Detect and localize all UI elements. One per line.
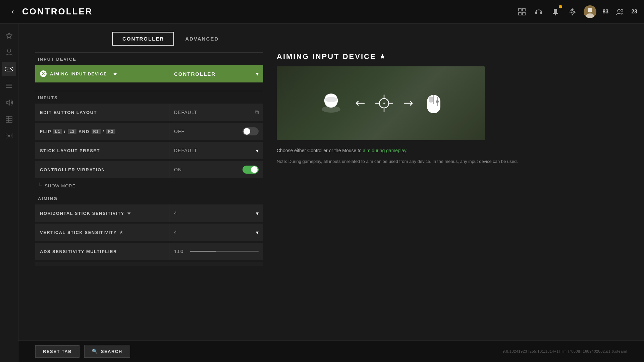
stick-layout-value-area: DEFAULT ▾: [169, 142, 263, 159]
horizontal-sensitivity-row[interactable]: HORIZONTAL STICK SENSITIVITY ★ 4 ▾: [35, 204, 263, 222]
content-area: INPUT DEVICE ✕ AIMING INPUT DEVICE ★ CON…: [18, 51, 644, 362]
flip-toggle[interactable]: [243, 127, 259, 135]
flip-row[interactable]: FLIP L1 / L2 AND R1 / R2 OFF: [35, 123, 263, 140]
aiming-input-value: CONTROLLER: [174, 71, 216, 77]
left-arrow: [355, 100, 365, 107]
svg-rect-5: [540, 11, 542, 14]
svg-rect-40: [429, 97, 433, 103]
stick-layout-chevron: ▾: [256, 147, 259, 154]
vertical-sensitivity-value-area: 4 ▾: [169, 229, 263, 236]
sidebar-item-signal[interactable]: [2, 129, 16, 143]
tab-advanced[interactable]: ADVANCED: [175, 32, 228, 45]
topbar: ‹ CONTROLLER: [0, 0, 644, 23]
friends-icon[interactable]: [614, 6, 625, 17]
stick-layout-label: STICK LAYOUT PRESET: [35, 142, 169, 159]
svg-point-8: [570, 9, 575, 14]
svg-point-7: [571, 10, 574, 13]
partial-row: [35, 262, 263, 266]
avatar-icon[interactable]: [584, 5, 596, 18]
settings-icon[interactable]: [567, 6, 578, 17]
controller-vibration-value: ON: [174, 167, 182, 172]
edit-button-layout-row[interactable]: EDIT BUTTON LAYOUT DEFAULT ⧉: [35, 104, 263, 121]
bottom-bar: RESET TAB 🔍 SEARCH 9.8.13241923 [255:101…: [18, 340, 644, 362]
edit-button-layout-value: DEFAULT: [174, 110, 197, 115]
mouse-icon: [424, 90, 444, 117]
ads-value: 1.00: [174, 249, 186, 254]
stick-layout-row[interactable]: STICK LAYOUT PRESET DEFAULT ▾: [35, 142, 263, 159]
controller-vibration-value-area: ON: [169, 161, 263, 178]
svg-rect-0: [519, 8, 521, 11]
show-more-indent: └: [38, 183, 42, 189]
x-icon: ✕: [40, 70, 47, 77]
sidebar-item-person[interactable]: [2, 45, 16, 59]
stick-layout-value: DEFAULT: [174, 148, 197, 153]
svg-point-31: [325, 97, 337, 102]
btn-badge-r2: R2: [106, 129, 115, 134]
topbar-right: 83 23: [517, 5, 637, 18]
svg-point-10: [588, 8, 592, 12]
horizontal-sensitivity-label: HORIZONTAL STICK SENSITIVITY ★: [35, 204, 169, 222]
reset-tab-button[interactable]: RESET TAB: [35, 345, 79, 358]
flip-label: FLIP L1 / L2 AND R1 / R2: [35, 123, 169, 140]
search-label: SEARCH: [101, 349, 122, 354]
vertical-sensitivity-chevron: ▾: [256, 229, 259, 236]
vertical-sensitivity-row[interactable]: VERTICAL STICK SENSITIVITY ★ 4 ▾: [35, 224, 263, 241]
input-device-header: INPUT DEVICE: [35, 52, 263, 64]
external-link-icon: ⧉: [255, 109, 259, 115]
horizontal-sensitivity-value: 4: [174, 210, 177, 216]
flip-toggle-knob: [244, 128, 250, 135]
ads-value-area: 1.00: [169, 249, 263, 254]
controller-vibration-toggle-knob: [251, 166, 258, 173]
svg-point-19: [11, 69, 12, 70]
headset-icon[interactable]: [533, 6, 544, 17]
stick-icon: [318, 90, 345, 117]
reset-tab-label: RESET TAB: [43, 349, 72, 354]
svg-point-37: [383, 103, 385, 104]
player-count: 83: [602, 9, 608, 15]
flip-value: OFF: [174, 129, 184, 134]
controller-vibration-toggle[interactable]: [243, 166, 259, 174]
sidebar-item-controller[interactable]: [2, 62, 16, 76]
info-image-content: [277, 90, 485, 117]
sidebar-item-volume[interactable]: [2, 96, 16, 110]
btn-badge-l1: L1: [53, 129, 62, 134]
back-icon: ‹: [11, 7, 14, 16]
tab-controller[interactable]: CONTROLLER: [112, 32, 174, 46]
sidebar-item-lines[interactable]: [2, 79, 16, 93]
vertical-sensitivity-label: VERTICAL STICK SENSITIVITY ★: [35, 224, 169, 241]
horizontal-sensitivity-value-area: 4 ▾: [169, 210, 263, 217]
svg-point-14: [7, 49, 11, 52]
sidebar: [0, 23, 18, 362]
aiming-input-device-label: AIMING INPUT DEVICE: [50, 71, 107, 76]
info-image: [277, 66, 485, 140]
ads-slider-track[interactable]: [190, 251, 259, 252]
aiming-input-star: ★: [113, 71, 117, 76]
svg-point-27: [8, 135, 10, 137]
controller-vibration-row[interactable]: CONTROLLER VIBRATION ON: [35, 161, 263, 178]
sidebar-item-star[interactable]: [2, 28, 16, 43]
back-button[interactable]: ‹: [7, 6, 19, 18]
right-arrow: [404, 100, 414, 107]
show-more-row[interactable]: └ SHOW MORE: [35, 180, 263, 191]
controller-vibration-label: CONTROLLER VIBRATION: [35, 161, 169, 178]
ads-slider-fill: [190, 251, 216, 252]
inputs-header: INPUTS: [35, 91, 263, 103]
ads-row[interactable]: ADS SENSITIVITY MULTIPLIER 1.00: [35, 243, 263, 260]
flip-value-area: OFF: [169, 123, 263, 140]
svg-rect-3: [523, 12, 525, 15]
aiming-input-device-row[interactable]: ✕ AIMING INPUT DEVICE ★ CONTROLLER ▾: [35, 65, 263, 82]
search-icon: 🔍: [92, 349, 98, 354]
sidebar-item-table[interactable]: [2, 112, 16, 126]
search-button[interactable]: 🔍 SEARCH: [84, 345, 130, 358]
btn-badge-r1: R1: [92, 129, 101, 134]
notification-icon[interactable]: [550, 6, 561, 17]
grid-icon[interactable]: [517, 6, 527, 17]
version-info: 9.8.13241923 [255:101:1614+1] Tm [7000][…: [502, 349, 627, 353]
svg-rect-23: [6, 116, 12, 122]
aiming-input-device-right: CONTROLLER ▾: [169, 71, 263, 77]
info-description: Choose either Controller or the Mouse to…: [277, 147, 614, 154]
tab-bar: CONTROLLER ADVANCED: [18, 23, 644, 51]
svg-point-12: [618, 9, 620, 12]
svg-point-13: [621, 9, 623, 11]
edit-button-layout-value-area: DEFAULT ⧉: [169, 104, 263, 121]
